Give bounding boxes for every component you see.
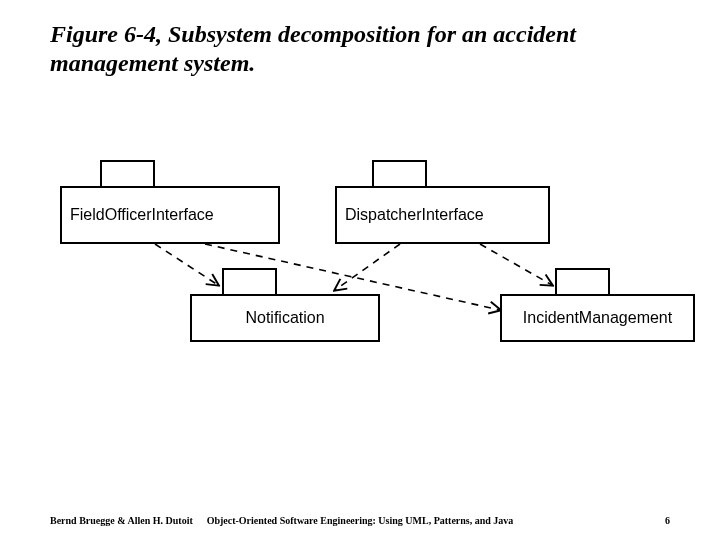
page-number: 6 xyxy=(665,515,670,526)
svg-line-2 xyxy=(480,244,552,285)
package-label: Notification xyxy=(245,309,324,327)
footer-authors: Bernd Bruegge & Allen H. Dutoit xyxy=(50,515,193,526)
figure-title: Figure 6-4, Subsystem decomposition for … xyxy=(50,20,650,78)
package-label: IncidentManagement xyxy=(523,309,672,327)
package-label: FieldOfficerInterface xyxy=(70,206,214,224)
package-tab-dispatcher xyxy=(372,160,427,186)
dependency-arrows xyxy=(0,0,720,540)
footer-book-title: Object-Oriented Software Engineering: Us… xyxy=(207,515,514,526)
package-dispatcher: DispatcherInterface xyxy=(335,186,550,244)
svg-line-1 xyxy=(335,244,400,290)
package-tab-notification xyxy=(222,268,277,294)
package-label: DispatcherInterface xyxy=(345,206,484,224)
svg-line-0 xyxy=(155,244,218,285)
package-notification: Notification xyxy=(190,294,380,342)
package-incident: IncidentManagement xyxy=(500,294,695,342)
package-tab-incident xyxy=(555,268,610,294)
package-tab-fieldofficer xyxy=(100,160,155,186)
package-fieldofficer: FieldOfficerInterface xyxy=(60,186,280,244)
